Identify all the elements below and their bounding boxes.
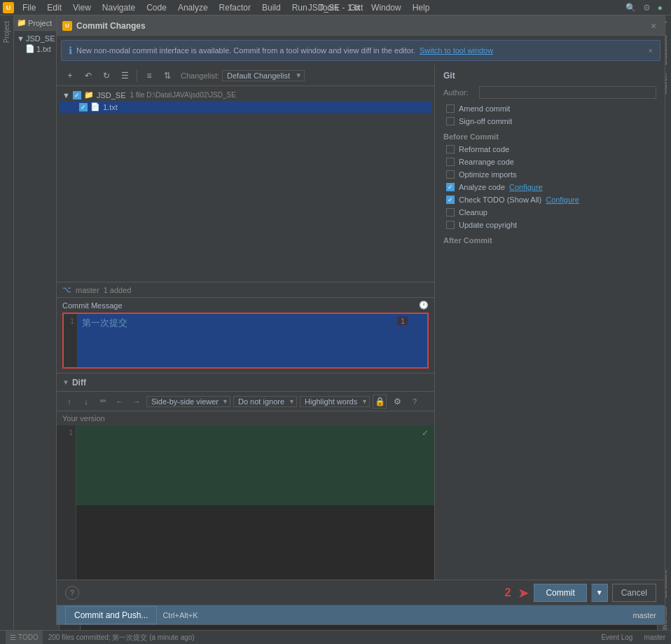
tree-root[interactable]: ▼ JSD_SE <box>17 34 56 43</box>
commit-info-text: 200 files committed; 第一次提交 (a minute ago… <box>48 633 596 643</box>
commit-and-push-button[interactable]: Commit and Push... <box>65 606 157 624</box>
menu-help[interactable]: Help <box>407 0 436 15</box>
diff-version-label: Your version <box>57 411 434 425</box>
diff-left-button[interactable]: ← <box>113 395 127 409</box>
before-commit-header: Before Commit <box>443 132 656 141</box>
diff-check-icon: ✓ <box>422 428 429 438</box>
commit-dropdown-button[interactable]: ▼ <box>591 584 608 602</box>
dialog-title-bar: U Commit Changes × <box>57 16 665 36</box>
viewer-select[interactable]: Side-by-side viewer <box>146 396 230 407</box>
changelist-select[interactable]: Default Changelist <box>222 70 305 81</box>
event-log-link[interactable]: Event Log <box>601 633 632 641</box>
diff-settings-button[interactable]: ⚙ <box>389 394 405 409</box>
commit-message-area: 1 第一次提交 1 <box>62 313 429 369</box>
tree-expand-icon: ▼ <box>17 34 25 43</box>
update-copyright-checkbox[interactable] <box>446 221 455 229</box>
menu-view[interactable]: View <box>67 0 97 15</box>
file-checkbox[interactable]: ✓ <box>79 103 88 111</box>
dialog-title: Commit Changes <box>76 21 146 31</box>
tree-root-label: JSD_SE <box>26 34 55 43</box>
commit-status: ⌥ master 1 added <box>57 282 434 297</box>
diff-prev-button[interactable]: ↑ <box>62 395 76 409</box>
commit-button[interactable]: Commit <box>534 584 586 602</box>
footer-help-button[interactable]: ? <box>65 586 79 600</box>
rearrange-code-label: Rearrange code <box>459 158 514 166</box>
sign-off-row: Sign-off commit <box>443 117 656 125</box>
diff-toolbar: ↑ ↓ ✏ ← → Side-by-side viewer ▼ Do not i… <box>57 392 434 411</box>
reformat-code-row: Reformat code <box>443 145 656 153</box>
reformat-code-label: Reformat code <box>459 145 509 153</box>
todo-configure-link[interactable]: Configure <box>546 196 579 204</box>
status-branch-label: master <box>644 633 665 641</box>
analyze-configure-link[interactable]: Configure <box>509 183 543 191</box>
collapse-icon: ▼ <box>62 91 70 100</box>
project-root-item[interactable]: ▼ ✓ 📁 JSD_SE 1 file D:\Data\JAVA\jsd02\J… <box>60 89 431 101</box>
info-banner-close[interactable]: × <box>649 46 653 55</box>
tree-file[interactable]: 📄 1.txt <box>17 43 56 54</box>
toolbar-separator <box>137 69 137 82</box>
diff-help-button[interactable]: ? <box>408 395 422 409</box>
sign-off-checkbox[interactable] <box>446 117 455 125</box>
project-panel-btn[interactable]: Project <box>1 18 12 46</box>
optimize-imports-checkbox[interactable] <box>446 170 455 179</box>
ignore-select[interactable]: Do not ignore <box>233 396 297 407</box>
menu-build[interactable]: Build <box>256 0 286 15</box>
intellij-icon[interactable]: ● <box>658 3 663 13</box>
commit-message-label: Commit Message <box>62 301 123 310</box>
sign-off-label: Sign-off commit <box>459 117 512 125</box>
menu-edit[interactable]: Edit <box>41 0 67 15</box>
after-commit-header: After Commit <box>443 236 656 245</box>
menu-refactor[interactable]: Refactor <box>214 0 256 15</box>
commit-push-shortcut: Ctrl+Alt+K <box>162 611 198 619</box>
add-button[interactable]: + <box>62 68 78 83</box>
menu-navigate[interactable]: Navigate <box>97 0 141 15</box>
amend-commit-checkbox[interactable] <box>446 104 455 113</box>
window-title: JSD_SE - 1.txt <box>308 3 364 13</box>
author-field: Author: <box>443 86 656 99</box>
commit-message-text[interactable]: 第一次提交 <box>78 314 427 367</box>
project-tab-label: Project <box>28 19 52 27</box>
project-tab[interactable]: 📁 Project <box>14 15 59 31</box>
refresh-button[interactable]: ↻ <box>99 68 114 83</box>
file-name-label: 1.txt <box>103 103 118 111</box>
file-icon: 📄 <box>25 44 35 53</box>
message-history-icon[interactable]: 🕐 <box>419 301 429 310</box>
menu-button[interactable]: ☰ <box>117 68 132 83</box>
file-type-icon: 📄 <box>90 102 100 111</box>
undo-button[interactable]: ↶ <box>81 68 96 83</box>
diff-title: Diff <box>72 378 86 388</box>
diff-added-content <box>76 425 434 505</box>
menu-analyze[interactable]: Analyze <box>172 0 214 15</box>
diff-edit-button[interactable]: ✏ <box>96 395 110 409</box>
diff-collapse-icon[interactable]: ▼ <box>62 378 69 386</box>
diff-lock-button[interactable]: 🔒 <box>373 395 387 409</box>
info-icon: ℹ <box>69 45 72 56</box>
menu-window[interactable]: Window <box>366 0 407 15</box>
project-folder-icon: 📁 <box>84 90 94 100</box>
analyze-code-row: ✓ Analyze code Configure <box>443 183 656 191</box>
expand-all-button[interactable]: ≡ <box>141 68 157 83</box>
check-todo-checkbox[interactable]: ✓ <box>446 196 455 204</box>
dialog-close-button[interactable]: × <box>648 20 659 32</box>
project-checkbox[interactable]: ✓ <box>73 91 81 100</box>
author-input[interactable] <box>479 86 656 99</box>
diff-empty-area <box>76 505 434 580</box>
menu-code[interactable]: Code <box>141 0 172 15</box>
todo-section[interactable]: ☰ TODO <box>6 631 43 645</box>
diff-next-button[interactable]: ↓ <box>79 395 93 409</box>
settings-icon[interactable]: ⚙ <box>643 3 651 13</box>
diff-right-button[interactable]: → <box>130 395 144 409</box>
switch-to-tool-window-link[interactable]: Switch to tool window <box>420 46 493 55</box>
analyze-code-checkbox[interactable]: ✓ <box>446 183 455 191</box>
rearrange-code-checkbox[interactable] <box>446 158 455 166</box>
reformat-code-checkbox[interactable] <box>446 145 455 153</box>
cancel-button[interactable]: Cancel <box>612 584 656 602</box>
optimize-imports-row: Optimize imports <box>443 170 656 179</box>
file-item[interactable]: ✓ 📄 1.txt <box>60 101 431 113</box>
collapse-all-button[interactable]: ⇅ <box>160 68 175 83</box>
menu-file[interactable]: File <box>17 0 41 15</box>
search-icon[interactable]: 🔍 <box>625 3 636 13</box>
cleanup-checkbox[interactable] <box>446 208 455 217</box>
highlight-select[interactable]: Highlight words <box>300 396 370 407</box>
tree-file-label: 1.txt <box>36 45 51 53</box>
